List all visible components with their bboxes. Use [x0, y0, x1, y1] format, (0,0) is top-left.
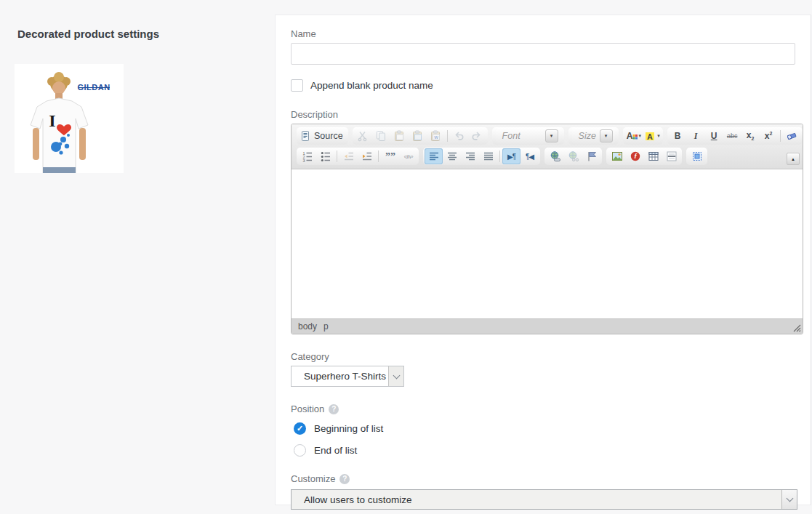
link-button[interactable]: [546, 148, 564, 164]
svg-text:A: A: [626, 131, 632, 141]
customize-select-arrow[interactable]: [781, 490, 797, 509]
redo-button[interactable]: [468, 128, 486, 144]
name-input[interactable]: [291, 43, 795, 65]
toolbar-group: Font▾: [492, 127, 564, 145]
align-left-icon: [428, 150, 440, 162]
category-select-value: Superhero T-Shirts: [292, 371, 388, 382]
image-button[interactable]: [608, 148, 626, 164]
flash-button[interactable]: f: [626, 148, 644, 164]
strike-button[interactable]: abc: [723, 128, 741, 144]
gildan-logo: GILDAN: [77, 83, 110, 92]
align-left-button[interactable]: [425, 148, 443, 164]
underline-button[interactable]: U: [705, 128, 723, 144]
description-label: Description: [291, 109, 795, 120]
copy-button[interactable]: [372, 128, 390, 144]
blockquote-button[interactable]: ””: [381, 148, 399, 164]
strike-icon: abc: [727, 132, 738, 140]
font-combo[interactable]: Font▾: [496, 128, 560, 144]
maximize-button[interactable]: [688, 148, 706, 164]
italic-icon: I: [694, 131, 698, 142]
customize-select-value: Allow users to customize: [292, 494, 781, 505]
indent-icon: [361, 150, 373, 162]
position-field: Position ? ✓ Beginning of list End of li…: [291, 403, 795, 457]
hr-icon: [666, 150, 678, 162]
description-field: Description SourceWFont▾Size▾A▾A▾BIUabcx…: [291, 109, 795, 334]
toolbar-row-2: 123””‹div›▶¶¶◀f: [294, 146, 785, 166]
bold-button[interactable]: B: [669, 128, 687, 144]
align-justify-button[interactable]: [479, 148, 497, 164]
toolbar-group: Source: [297, 127, 348, 145]
rtl-button[interactable]: ¶◀: [520, 148, 539, 164]
position-help-icon[interactable]: ?: [329, 404, 339, 414]
svg-text:‹div›: ‹div›: [403, 154, 413, 159]
page-title: Decorated product settings: [17, 28, 159, 40]
anchor-button[interactable]: [582, 148, 600, 164]
customize-select[interactable]: Allow users to customize: [291, 489, 797, 510]
element-path-body[interactable]: body: [298, 321, 317, 332]
anchor-icon: [586, 150, 598, 162]
category-select-arrow[interactable]: [388, 366, 403, 386]
paste-text-button[interactable]: [409, 128, 427, 144]
source-button[interactable]: Source: [298, 128, 347, 144]
numbered-list-button[interactable]: 123: [298, 148, 316, 164]
resize-handle-icon[interactable]: [792, 324, 801, 332]
size-combo[interactable]: Size▾: [572, 128, 615, 144]
font-combo-arrow-icon[interactable]: ▾: [545, 129, 558, 142]
div-button[interactable]: ‹div›: [399, 148, 417, 164]
customize-help-icon[interactable]: ?: [339, 474, 350, 484]
source-icon: [300, 130, 311, 142]
description-editor: SourceWFont▾Size▾A▾A▾BIUabcx2x2 123””‹di…: [291, 124, 803, 334]
beginning-of-list-radio[interactable]: ✓: [294, 422, 306, 435]
undo-button[interactable]: [450, 128, 468, 144]
end-of-list-radio[interactable]: [294, 444, 306, 457]
editor-content-area[interactable]: [292, 169, 803, 318]
ltr-button[interactable]: ▶¶: [502, 148, 520, 164]
align-right-icon: [465, 150, 476, 162]
blockquote-icon: ””: [385, 150, 396, 162]
append-blank-name-checkbox[interactable]: [291, 79, 303, 92]
indent-button[interactable]: [358, 148, 376, 164]
toolbar-group: BIUabcx2x2: [667, 127, 803, 145]
table-button[interactable]: [644, 148, 662, 164]
undo-icon: [453, 130, 465, 142]
bg-color-button[interactable]: A▾: [643, 128, 662, 144]
toolbar-separator: [447, 130, 448, 142]
bullet-list-button[interactable]: [316, 148, 334, 164]
cut-icon: [357, 130, 369, 142]
bg-color-arrow-icon[interactable]: ▾: [657, 133, 660, 139]
toolbar-group: Size▾: [568, 127, 619, 145]
rtl-icon: ¶◀: [526, 153, 534, 161]
unlink-button[interactable]: [564, 148, 582, 164]
link-icon: [550, 150, 561, 162]
align-center-icon: [446, 150, 458, 162]
editor-status-bar: bodyp: [292, 318, 803, 334]
element-path-p[interactable]: p: [323, 321, 329, 332]
settings-panel: Name Append blank product name Descripti…: [275, 15, 811, 505]
end-of-list-label: End of list: [314, 445, 357, 456]
hr-button[interactable]: [662, 148, 680, 164]
beginning-of-list-label: Beginning of list: [314, 423, 383, 434]
toolbar-collapse-button[interactable]: ▲: [787, 153, 800, 165]
cut-button[interactable]: [354, 128, 372, 144]
toolbar-separator: [780, 130, 781, 142]
category-select[interactable]: Superhero T-Shirts: [291, 366, 404, 387]
superscript-button[interactable]: x2: [760, 128, 778, 144]
remove-format-button[interactable]: [783, 128, 801, 144]
toolbar-group: ▶¶¶◀: [423, 148, 540, 165]
text-color-button[interactable]: A▾: [624, 128, 643, 144]
paste-button[interactable]: [390, 128, 409, 144]
customize-label: Customize: [291, 473, 335, 484]
align-right-button[interactable]: [461, 148, 479, 164]
subscript-button[interactable]: x2: [741, 128, 760, 144]
text-color-arrow-icon[interactable]: ▾: [639, 133, 642, 139]
align-center-button[interactable]: [443, 148, 461, 164]
customize-field: Customize ? Allow users to customize: [291, 473, 795, 510]
font-combo-label: Font: [502, 131, 542, 141]
svg-text:A: A: [647, 132, 653, 141]
outdent-button[interactable]: [339, 148, 358, 164]
size-combo-arrow-icon[interactable]: ▾: [600, 129, 613, 142]
paste-word-button[interactable]: W: [427, 128, 445, 144]
italic-button[interactable]: I: [687, 128, 705, 144]
toolbar-group: [686, 148, 707, 165]
toolbar-separator: [337, 150, 337, 162]
